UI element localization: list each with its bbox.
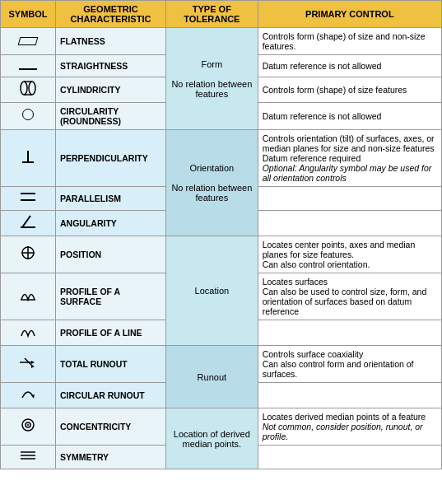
symbol-flatness: [1, 28, 56, 55]
symbol-parallelism: [1, 187, 56, 211]
table-row: TOTAL RUNOUT Runout Controls surface coa…: [1, 346, 442, 383]
symbol-position: [1, 236, 56, 273]
tol-other: Location of derived median points.: [166, 408, 258, 469]
header-tolerance: TYPE OF TOLERANCE: [166, 1, 258, 28]
char-perpendicularity: PERPENDICULARITY: [56, 130, 166, 187]
char-parallelism: PARALLELISM: [56, 187, 166, 211]
table-row: POSITION Location Locates center points,…: [1, 236, 442, 273]
tol-orient: Orientation No relation between features: [166, 130, 258, 236]
symbol-circularity: [1, 103, 56, 130]
svg-point-0: [21, 82, 27, 95]
svg-point-3: [29, 82, 35, 95]
primary-cylindricity: Controls form (shape) of size features: [258, 77, 441, 103]
char-concentricity: CONCENTRICITY: [56, 408, 166, 446]
gdt-table: SYMBOL GEOMETRIC CHARACTERISTIC TYPE OF …: [0, 0, 442, 469]
header-characteristic: GEOMETRIC CHARACTERISTIC: [56, 1, 166, 28]
char-profile-surface: PROFILE OF A SURFACE: [56, 273, 166, 320]
char-straightness: STRAIGHTNESS: [56, 55, 166, 77]
primary-perpendicularity: Controls orientation (tilt) of surfaces,…: [258, 130, 441, 187]
symbol-straightness: [1, 55, 56, 77]
primary-position: Locates center points, axes and median p…: [258, 236, 441, 273]
primary-profile-line: [258, 320, 441, 346]
symbol-total-runout: [1, 346, 56, 383]
primary-concentricity: Locates derived median points of a featu…: [258, 408, 441, 446]
svg-marker-16: [31, 361, 35, 364]
primary-flatness: Controls form (shape) of size and non-si…: [258, 28, 441, 55]
symbol-profile-surface: [1, 273, 56, 320]
char-circular-runout: CIRCULAR RUNOUT: [56, 383, 166, 408]
symbol-circular-runout: [1, 383, 56, 408]
header-symbol: SYMBOL: [1, 1, 56, 28]
symbol-perpendicularity: [1, 130, 56, 187]
table-row: FLATNESS Form No relation between featur…: [1, 28, 442, 55]
table-row: PERPENDICULARITY Orientation No relation…: [1, 130, 442, 187]
char-position: POSITION: [56, 236, 166, 273]
symbol-symmetry: [1, 446, 56, 469]
svg-line-9: [22, 216, 30, 227]
primary-profile-surface: Locates surfacesCan also be used to cont…: [258, 273, 441, 320]
primary-parallelism: [258, 187, 441, 211]
primary-circularity: Datum reference is not allowed: [258, 103, 441, 130]
primary-symmetry: [258, 446, 441, 469]
svg-marker-17: [31, 365, 35, 368]
primary-straightness: Datum reference is not allowed: [258, 55, 441, 77]
char-angularity: ANGULARITY: [56, 211, 166, 236]
tol-loc: Location: [166, 236, 258, 346]
primary-circular-runout: [258, 383, 441, 408]
table-row: CONCENTRICITY Location of derived median…: [1, 408, 442, 446]
tol-runout: Runout: [166, 346, 258, 408]
primary-total-runout: Controls surface coaxialityCan also cont…: [258, 346, 441, 383]
symbol-cylindricity: [1, 77, 56, 103]
svg-point-21: [27, 424, 29, 426]
char-flatness: FLATNESS: [56, 28, 166, 55]
tol-form: Form No relation between features: [166, 28, 258, 130]
symbol-profile-line: [1, 320, 56, 346]
char-symmetry: SYMMETRY: [56, 446, 166, 469]
header-control: PRIMARY CONTROL: [258, 1, 441, 28]
char-profile-line: PROFILE OF A LINE: [56, 320, 166, 346]
char-cylindricity: CYLINDRICITY: [56, 77, 166, 103]
symbol-concentricity: [1, 408, 56, 446]
primary-angularity: [258, 211, 441, 236]
char-total-runout: TOTAL RUNOUT: [56, 346, 166, 383]
char-circularity: CIRCULARITY (ROUNDNESS): [56, 103, 166, 130]
symbol-angularity: [1, 211, 56, 236]
